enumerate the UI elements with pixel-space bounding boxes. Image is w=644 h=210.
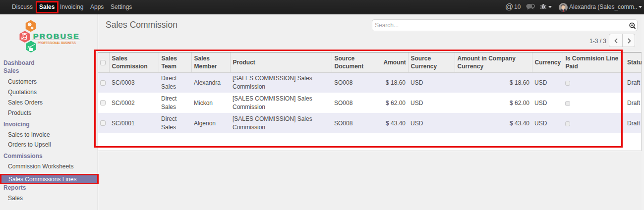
svg-text:PROBUSE: PROBUSE (33, 32, 80, 40)
svg-text:PROFESSIONAL BUSINESS: PROFESSIONAL BUSINESS (38, 41, 76, 45)
